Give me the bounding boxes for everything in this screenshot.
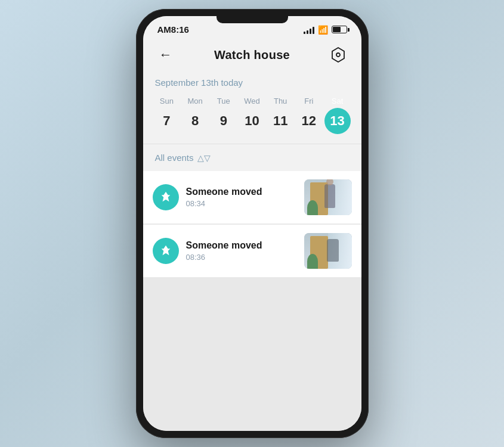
day-mon-name: Mon xyxy=(187,97,202,105)
event-info-2: Someone moved 08:36 xyxy=(186,240,297,262)
day-wed[interactable]: Wed 10 xyxy=(239,97,265,134)
motion-icon-1 xyxy=(159,191,172,204)
wifi-icon: 📶 xyxy=(318,25,328,35)
phone-frame: AM8:16 📶 ← Watch house xyxy=(136,9,369,438)
app-header: ← Watch house xyxy=(143,39,361,73)
event-icon-2 xyxy=(153,238,179,264)
events-list: Someone moved 08:34 xyxy=(143,171,361,431)
day-tue[interactable]: Tue 9 xyxy=(211,97,237,134)
svg-marker-0 xyxy=(332,48,344,62)
event-title-2: Someone moved xyxy=(186,240,297,251)
day-fri-name: Fri xyxy=(304,97,313,105)
event-thumbnail-2 xyxy=(304,233,352,269)
filter-row[interactable]: All events △▽ xyxy=(143,144,361,171)
day-tue-number: 9 xyxy=(211,108,237,134)
settings-button[interactable] xyxy=(327,44,349,66)
day-wed-number: 10 xyxy=(239,108,265,134)
day-sat-number: 13 xyxy=(324,108,351,134)
date-text: September 13th today xyxy=(155,77,243,88)
day-mon-number: 8 xyxy=(182,108,208,134)
day-sat-name: Sat xyxy=(332,97,344,105)
day-sat[interactable]: Sat 13 xyxy=(324,97,351,134)
day-mon[interactable]: Mon 8 xyxy=(182,97,208,134)
date-label: September 13th today xyxy=(143,73,361,97)
event-card-2[interactable]: Someone moved 08:36 xyxy=(143,225,361,277)
signal-icon xyxy=(304,26,314,34)
phone-screen: AM8:16 📶 ← Watch house xyxy=(143,16,361,431)
settings-icon xyxy=(330,46,347,63)
day-thu-name: Thu xyxy=(274,97,287,105)
motion-icon-2 xyxy=(159,244,172,257)
svg-point-1 xyxy=(336,53,340,57)
day-tue-name: Tue xyxy=(217,97,230,105)
day-thu-number: 11 xyxy=(267,108,293,134)
day-wed-name: Wed xyxy=(244,97,260,105)
calendar-week: Sun 7 Mon 8 Tue 9 Wed 10 Thu 11 Fri 1 xyxy=(143,97,361,144)
back-button[interactable]: ← xyxy=(155,44,177,66)
status-time: AM8:16 xyxy=(157,24,189,35)
status-icons: 📶 xyxy=(304,25,347,35)
day-fri-number: 12 xyxy=(296,108,322,134)
event-time-2: 08:36 xyxy=(186,253,297,262)
phone-notch xyxy=(217,16,288,23)
filter-label: All events xyxy=(155,153,194,163)
event-time-1: 08:34 xyxy=(186,199,297,208)
page-title: Watch house xyxy=(214,48,290,62)
event-icon-1 xyxy=(153,184,179,210)
day-thu[interactable]: Thu 11 xyxy=(267,97,293,134)
day-sun[interactable]: Sun 7 xyxy=(153,97,180,134)
event-thumbnail-1 xyxy=(304,179,352,215)
day-sun-name: Sun xyxy=(160,97,174,105)
back-arrow-icon: ← xyxy=(159,47,172,63)
event-info-1: Someone moved 08:34 xyxy=(186,187,297,208)
event-card-1[interactable]: Someone moved 08:34 xyxy=(143,171,361,224)
event-title-1: Someone moved xyxy=(186,187,297,197)
day-fri[interactable]: Fri 12 xyxy=(296,97,322,134)
battery-icon xyxy=(332,26,347,33)
filter-expand-icon: △▽ xyxy=(197,153,211,163)
day-sun-number: 7 xyxy=(153,108,180,134)
